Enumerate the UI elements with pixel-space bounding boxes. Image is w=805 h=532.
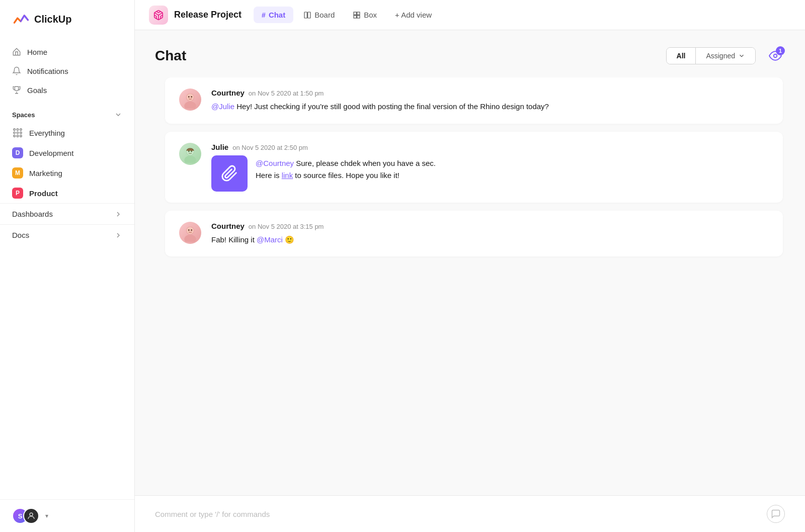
sidebar-item-notifications-label: Notifications (27, 67, 68, 75)
svg-point-32 (191, 229, 192, 231)
filter-assigned-label: Assigned (706, 52, 735, 60)
svg-point-4 (17, 132, 19, 134)
sidebar-nav: Home Notifications Goals (0, 38, 134, 104)
message-3-author: Courtney (211, 222, 245, 230)
message-1-time: on Nov 5 2020 at 1:50 pm (249, 90, 324, 97)
message-3: Courtney on Nov 5 2020 at 3:15 pm Fab! K… (165, 211, 783, 257)
svg-point-8 (20, 135, 22, 137)
message-2-text: @Courtney Sure, please chdek when you ha… (256, 155, 436, 182)
dashboards-label: Dashboards (12, 210, 53, 218)
logo[interactable]: ClickUp (0, 0, 134, 38)
chevron-right-icon (114, 210, 122, 218)
watch-badge: 1 (776, 46, 785, 55)
sidebar-item-dashboards[interactable]: Dashboards (0, 203, 134, 224)
comment-emoji-button[interactable] (767, 505, 785, 523)
watch-button[interactable]: 1 (766, 46, 785, 65)
product-label: Product (29, 189, 58, 198)
tab-box[interactable]: Box (345, 7, 385, 23)
svg-point-20 (187, 94, 194, 101)
svg-point-31 (188, 229, 190, 231)
message-1-text-after: Hey! Just checking if you're still good … (234, 102, 549, 111)
chevron-right-icon-2 (114, 231, 122, 239)
message-2: Julie on Nov 5 2020 at 2:50 pm @Courtney… (165, 132, 783, 203)
message-1-header: Courtney on Nov 5 2020 at 1:50 pm (211, 88, 769, 97)
main: Release Project # Chat Board Box + Add v… (135, 0, 805, 532)
spaces-section-header[interactable]: Spaces (0, 104, 134, 123)
tab-board[interactable]: Board (295, 7, 343, 23)
svg-point-7 (17, 135, 19, 137)
topbar-project: Release Project (149, 6, 242, 25)
board-icon (303, 11, 311, 19)
svg-point-3 (14, 132, 16, 134)
topbar: Release Project # Chat Board Box + Add v… (135, 0, 805, 30)
svg-point-9 (30, 513, 33, 516)
sidebar-bottom: S ▾ (0, 499, 134, 532)
trophy-icon (12, 85, 21, 95)
messages-area: Courtney on Nov 5 2020 at 1:50 pm @Julie… (155, 77, 785, 495)
bell-icon (12, 66, 21, 75)
message-2-text-after: Sure, please chdek when you have a sec. (294, 159, 436, 167)
sidebar-item-everything[interactable]: Everything (0, 123, 134, 143)
julie-avatar-img (181, 145, 199, 163)
attachment-icon-box[interactable] (211, 155, 248, 192)
message-3-body: Courtney on Nov 5 2020 at 3:15 pm Fab! K… (211, 222, 769, 246)
clickup-logo-icon (12, 10, 30, 28)
speech-bubble-icon (771, 509, 781, 519)
message-3-mention: @Marci (257, 235, 283, 244)
svg-point-29 (184, 234, 196, 241)
tab-box-label: Box (364, 11, 377, 19)
docs-label: Docs (12, 231, 29, 239)
avatar-courtney-1 (179, 88, 201, 111)
box-icon (353, 11, 361, 19)
tab-chat-label: Chat (269, 11, 285, 19)
topbar-tabs: # Chat Board Box + Add view (254, 7, 440, 23)
svg-point-0 (14, 129, 16, 131)
spaces-list: Everything D Development M Marketing P P… (0, 123, 134, 203)
marketing-badge: M (12, 167, 23, 179)
everything-icon (12, 127, 23, 138)
page-title: Chat (155, 48, 186, 64)
svg-rect-13 (354, 12, 356, 15)
message-2-link-after: to source files. Hope you like it! (293, 171, 399, 180)
message-2-link[interactable]: link (282, 171, 293, 180)
message-1-author: Courtney (211, 88, 245, 97)
content: Chat All Assigned 1 (135, 30, 805, 495)
sidebar-item-development[interactable]: D Development (0, 143, 134, 163)
user-menu-chevron[interactable]: ▾ (45, 512, 48, 519)
message-1-body: Courtney on Nov 5 2020 at 1:50 pm @Julie… (211, 88, 769, 113)
chevron-down-small-icon (738, 52, 745, 59)
add-view-button[interactable]: + Add view (387, 7, 440, 23)
svg-rect-14 (357, 12, 360, 15)
product-badge: P (12, 188, 23, 199)
svg-rect-16 (357, 15, 360, 18)
logo-text: ClickUp (34, 14, 71, 25)
add-view-label: + Add view (395, 11, 432, 19)
svg-point-30 (187, 227, 194, 234)
sidebar-item-notifications[interactable]: Notifications (0, 61, 134, 80)
tab-chat[interactable]: # Chat (254, 7, 293, 23)
sidebar-item-goals[interactable]: Goals (0, 80, 134, 100)
avatar-user-dark (23, 508, 39, 524)
filter-all-button[interactable]: All (667, 48, 696, 64)
sidebar-item-docs[interactable]: Docs (0, 224, 134, 245)
comment-placeholder[interactable]: Comment or type '/' for commands (155, 510, 270, 518)
message-3-text: Fab! Killing it @Marci 🙂 (211, 234, 769, 246)
svg-rect-15 (354, 15, 356, 18)
sidebar-item-marketing[interactable]: M Marketing (0, 163, 134, 183)
message-1-text: @Julie Hey! Just checking if you're stil… (211, 101, 769, 113)
message-2-author: Julie (211, 143, 228, 151)
svg-point-19 (184, 102, 196, 109)
svg-point-5 (20, 132, 22, 134)
message-2-header: Julie on Nov 5 2020 at 2:50 pm (211, 143, 769, 151)
svg-rect-12 (308, 12, 310, 18)
avatar-group[interactable]: S (12, 508, 39, 524)
sidebar-item-product[interactable]: P Product (0, 183, 134, 203)
project-name: Release Project (174, 10, 242, 20)
chevron-down-icon (114, 111, 122, 119)
svg-point-22 (191, 96, 192, 98)
svg-point-24 (184, 155, 196, 162)
sidebar-item-home[interactable]: Home (0, 42, 134, 61)
tab-board-label: Board (314, 11, 335, 19)
development-badge: D (12, 147, 23, 158)
filter-assigned-button[interactable]: Assigned (695, 48, 755, 64)
